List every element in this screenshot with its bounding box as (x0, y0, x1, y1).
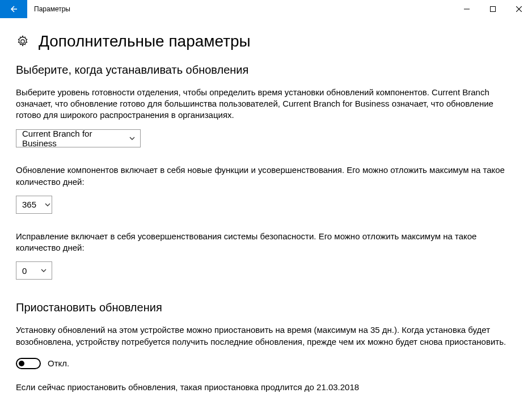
titlebar-spacer (77, 0, 454, 18)
close-icon (516, 6, 522, 12)
minimize-icon (464, 6, 470, 12)
content-area: Дополнительные параметры Выберите, когда… (0, 18, 532, 393)
branch-readiness-dropdown[interactable]: Current Branch for Business (16, 129, 141, 147)
maximize-icon (490, 6, 496, 12)
page-header: Дополнительные параметры (16, 32, 516, 51)
chevron-down-icon (44, 201, 51, 208)
minimize-button[interactable] (454, 0, 480, 18)
pause-toggle[interactable] (16, 358, 41, 369)
pause-until-text: Если сейчас приостановить обновления, та… (16, 382, 509, 393)
close-button[interactable] (506, 0, 532, 18)
maximize-button[interactable] (480, 0, 506, 18)
quality-update-text: Исправление включает в себя усовершенств… (16, 231, 509, 254)
pause-toggle-row: Откл. (16, 358, 516, 369)
chevron-down-icon (129, 135, 136, 142)
feature-defer-days-dropdown[interactable]: 365 (16, 196, 52, 214)
choose-description: Выберите уровень готовности отделения, ч… (16, 87, 509, 121)
page-title: Дополнительные параметры (39, 32, 251, 51)
pause-description: Установку обновлений на этом устройстве … (16, 324, 509, 348)
gear-icon (16, 35, 29, 48)
section-choose-title: Выберите, когда устанавливать обновления (16, 64, 516, 77)
chevron-down-icon (40, 267, 47, 274)
arrow-left-icon (9, 5, 18, 14)
svg-point-5 (21, 40, 24, 43)
pause-toggle-label: Откл. (48, 358, 69, 368)
feature-defer-days-value: 365 (22, 200, 36, 209)
section-pause: Приостановить обновления Установку обнов… (16, 301, 516, 393)
toggle-knob (19, 361, 24, 366)
quality-defer-days-value: 0 (22, 266, 27, 276)
titlebar: Параметры (0, 0, 532, 18)
feature-update-text: Обновление компонентов включает в себя н… (16, 164, 509, 188)
branch-readiness-value: Current Branch for Business (22, 129, 121, 148)
back-button[interactable] (0, 0, 27, 18)
svg-rect-2 (491, 7, 496, 12)
section-pause-title: Приостановить обновления (16, 301, 516, 314)
window-title: Параметры (27, 0, 77, 18)
quality-defer-days-dropdown[interactable]: 0 (16, 261, 52, 280)
